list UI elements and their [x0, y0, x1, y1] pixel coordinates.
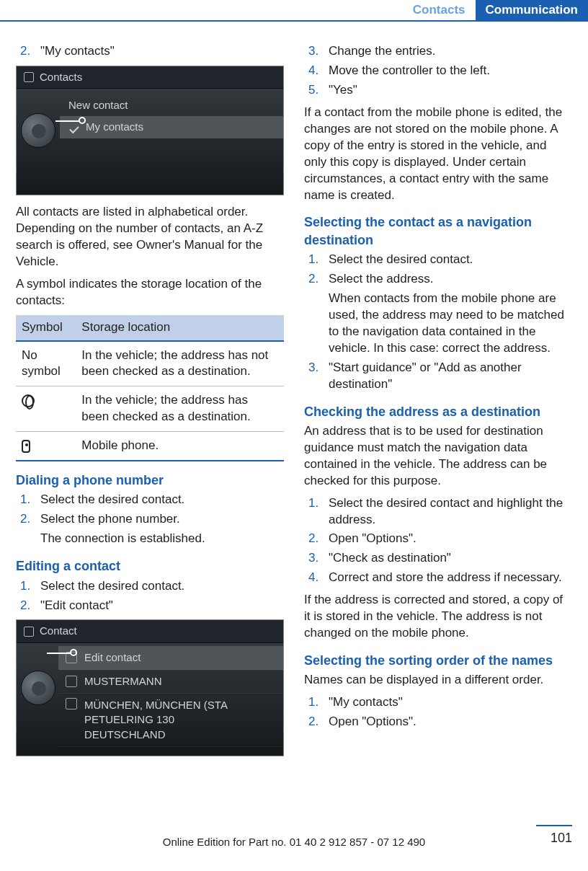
section-heading-sort: Selecting the sorting order of the names [304, 652, 572, 669]
location-cell: In the vehicle; the address has not been… [76, 341, 284, 386]
step-subtext: The connection is established. [40, 531, 284, 547]
step-text: Open "Options". [329, 531, 572, 547]
table-header-row: Symbol Storage location [16, 315, 284, 341]
contact-icon [24, 627, 34, 637]
list-item: 2. Open "Options". [304, 531, 572, 547]
step-number: 2. [20, 43, 33, 60]
row-name: MUSTERMANN [58, 670, 283, 694]
paragraph: If a contact from the mobile phone is ed… [304, 105, 572, 204]
table-header-symbol: Symbol [16, 315, 76, 341]
row-label: MÜNCHEN, MÜNCHEN (STA PETUELRING 130 DEU… [84, 698, 228, 742]
step-my-contacts: 2. "My contacts" [16, 43, 284, 60]
symbol-cell [16, 386, 76, 432]
step-text: Open "Options". [329, 714, 572, 730]
list-item: 1. Select the desired contact. [16, 578, 284, 595]
list-item: 1. "My contacts" [304, 694, 572, 711]
screenshot-menu: New contact My contacts [17, 89, 283, 138]
table-row: No symbol In the vehicle; the address ha… [16, 341, 284, 386]
step-text: Select the desired contact. [329, 252, 572, 268]
step-number: 1. [20, 578, 33, 595]
screenshot-title: Contact [40, 624, 77, 638]
step-text: "Check as destination" [329, 550, 572, 567]
screenshot-titlebar: Contacts [17, 66, 283, 89]
page-number: 101 [536, 825, 572, 846]
callout-line [79, 117, 86, 124]
list-item: 3. "Check as destination" [304, 550, 572, 567]
list-item: 2. Select the address. When contacts fro… [304, 271, 572, 357]
step-text: Select the phone number. The connection … [40, 511, 284, 547]
section-heading-nav-dest: Selecting the contact as a navigation de… [304, 213, 572, 249]
list-item: 1. Select the desired contact. [304, 252, 572, 268]
step-number: 5. [308, 82, 321, 99]
screenshot-titlebar: Contact [17, 620, 283, 642]
steps-edit-continued: 3. Change the entries. 4. Move the contr… [304, 43, 572, 99]
step-number: 3. [308, 550, 321, 567]
symbol-table: Symbol Storage location No symbol In the… [16, 315, 284, 462]
page-content: 2. "My contacts" Contacts New contact My… [0, 22, 588, 765]
step-number: 1. [308, 495, 321, 529]
section-heading-editing: Editing a contact [16, 557, 284, 575]
section-heading-dialing: Dialing a phone number [16, 472, 284, 489]
list-item: 5. "Yes" [304, 82, 572, 99]
step-number: 3. [308, 43, 321, 60]
globe-icon [66, 698, 77, 709]
step-continuation: 2. "My contacts" [16, 43, 284, 60]
step-number: 4. [308, 570, 321, 586]
section-heading-check-dest: Checking the address as a destination [304, 403, 572, 420]
location-cell: Mobile phone. [76, 432, 284, 461]
step-number: 2. [20, 598, 33, 614]
step-text: "Start guidance" or "Add as another dest… [329, 360, 572, 393]
menu-item-new-contact: New contact [60, 94, 283, 116]
paragraph: An address that is to be used for destin… [304, 423, 572, 490]
paragraph: If the address is corrected and stored, … [304, 592, 572, 642]
steps-sort: 1. "My contacts" 2. Open "Options". [304, 694, 572, 730]
step-text: "Edit contact" [40, 598, 284, 614]
step-main: Select the address. [329, 272, 434, 286]
step-number: 3. [308, 360, 321, 393]
address-line: PETUELRING 130 [84, 712, 228, 727]
steps-editing: 1. Select the desired contact. 2. "Edit … [16, 578, 284, 614]
steps-check-dest: 1. Select the desired contact and highli… [304, 495, 572, 587]
header-section: Communication [476, 0, 588, 20]
list-item: 4. Move the controller to the left. [304, 63, 572, 79]
screenshot-contacts-menu: Contacts New contact My contacts [16, 66, 284, 195]
screenshot-edit-contact: Contact Edit contact MUSTERMANN MÜNCHEN,… [16, 619, 284, 756]
list-item: 3. Change the entries. [304, 43, 572, 60]
list-item: 1. Select the desired contact and highli… [304, 495, 572, 529]
paragraph: All contacts are listed in alphabetical … [16, 204, 284, 270]
table-header-location: Storage location [76, 315, 284, 341]
step-number: 2. [308, 271, 321, 357]
menu-item-my-contacts: My contacts [60, 116, 283, 138]
idrive-knob-icon [21, 113, 55, 148]
list-item: 2. "Edit contact" [16, 598, 284, 614]
check-icon [68, 123, 79, 133]
header-chapter: Contacts [403, 0, 476, 20]
step-subtext: When contacts from the mobile phone are … [329, 291, 572, 357]
page-header: Contacts Communication [0, 0, 588, 22]
step-text: "My contacts" [40, 43, 284, 60]
globe-icon [22, 394, 35, 407]
list-item: 1. Select the desired contact. [16, 492, 284, 508]
step-text: Move the controller to the left. [329, 63, 572, 79]
left-column: 2. "My contacts" Contacts New contact My… [16, 43, 284, 765]
list-item: 2. Select the phone number. The connecti… [16, 511, 284, 547]
list-item: 3. "Start guidance" or "Add as another d… [304, 360, 572, 393]
screenshot-title: Contacts [40, 70, 82, 84]
footer-edition: Online Edition for Part no. 01 40 2 912 … [16, 835, 572, 849]
table-row: Mobile phone. [16, 432, 284, 461]
step-text: Select the desired contact. [40, 492, 284, 508]
contacts-icon [24, 72, 34, 82]
screenshot-details: Edit contact MUSTERMANN MÜNCHEN, MÜNCHEN… [17, 643, 283, 747]
location-cell: In the vehicle; the address has been che… [76, 386, 284, 432]
row-edit-contact: Edit contact [58, 646, 283, 670]
mobile-phone-icon [22, 440, 30, 453]
step-number: 2. [20, 511, 33, 547]
step-number: 2. [308, 714, 321, 730]
paragraph: A symbol indicates the storage location … [16, 276, 284, 309]
right-column: 3. Change the entries. 4. Move the contr… [304, 43, 572, 765]
row-address: MÜNCHEN, MÜNCHEN (STA PETUELRING 130 DEU… [58, 694, 283, 747]
step-text: Correct and store the address if necessa… [329, 570, 572, 586]
menu-item-label: My contacts [86, 120, 143, 134]
step-number: 1. [308, 252, 321, 268]
step-text: "My contacts" [329, 694, 572, 711]
